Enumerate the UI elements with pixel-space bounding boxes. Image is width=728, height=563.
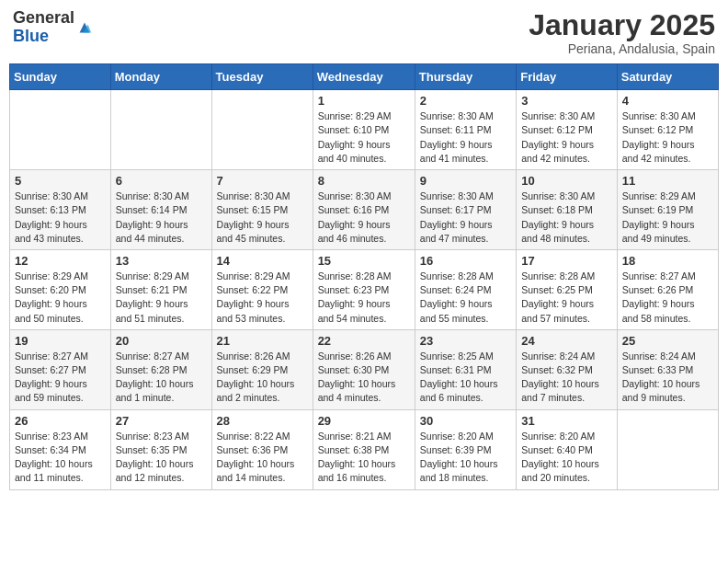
day-info: Sunrise: 8:27 AM Sunset: 6:28 PM Dayligh… [116,350,207,406]
day-header-saturday: Saturday [617,64,718,90]
calendar-cell: 22Sunrise: 8:26 AM Sunset: 6:30 PM Dayli… [313,329,415,409]
day-info: Sunrise: 8:29 AM Sunset: 6:10 PM Dayligh… [318,109,410,166]
day-number: 7 [217,174,308,188]
calendar-cell: 10Sunrise: 8:30 AM Sunset: 6:18 PM Dayli… [517,170,618,250]
day-info: Sunrise: 8:24 AM Sunset: 6:32 PM Dayligh… [521,350,612,406]
day-info: Sunrise: 8:30 AM Sunset: 6:12 PM Dayligh… [521,109,612,166]
day-info: Sunrise: 8:30 AM Sunset: 6:16 PM Dayligh… [318,190,410,246]
calendar-cell [211,90,313,170]
calendar-cell: 9Sunrise: 8:30 AM Sunset: 6:17 PM Daylig… [415,170,516,250]
day-number: 16 [420,254,511,268]
calendar-cell: 16Sunrise: 8:28 AM Sunset: 6:24 PM Dayli… [415,249,516,329]
calendar-cell: 23Sunrise: 8:25 AM Sunset: 6:31 PM Dayli… [415,329,516,409]
day-number: 15 [318,254,410,268]
day-number: 29 [318,414,410,428]
day-info: Sunrise: 8:26 AM Sunset: 6:29 PM Dayligh… [217,350,308,406]
page-header: General Blue January 2025 Periana, Andal… [9,9,719,56]
day-info: Sunrise: 8:30 AM Sunset: 6:12 PM Dayligh… [622,109,713,166]
logo-blue: Blue [13,27,49,45]
day-number: 18 [622,254,713,268]
calendar-cell: 19Sunrise: 8:27 AM Sunset: 6:27 PM Dayli… [10,329,111,409]
calendar-cell: 1Sunrise: 8:29 AM Sunset: 6:10 PM Daylig… [313,90,415,170]
day-header-row: SundayMondayTuesdayWednesdayThursdayFrid… [10,64,719,90]
title-block: January 2025 Periana, Andalusia, Spain [529,9,715,56]
day-number: 25 [622,334,713,348]
calendar-week-3: 12Sunrise: 8:29 AM Sunset: 6:20 PM Dayli… [10,249,719,329]
calendar-cell [10,90,111,170]
day-header-friday: Friday [517,64,618,90]
day-number: 19 [15,334,106,348]
day-info: Sunrise: 8:29 AM Sunset: 6:19 PM Dayligh… [622,190,713,246]
day-info: Sunrise: 8:29 AM Sunset: 6:20 PM Dayligh… [15,270,106,326]
day-number: 27 [116,414,207,428]
logo-icon [76,19,93,36]
day-info: Sunrise: 8:30 AM Sunset: 6:13 PM Dayligh… [15,190,106,246]
day-info: Sunrise: 8:30 AM Sunset: 6:17 PM Dayligh… [420,190,511,246]
calendar-cell: 29Sunrise: 8:21 AM Sunset: 6:38 PM Dayli… [313,409,415,489]
day-info: Sunrise: 8:27 AM Sunset: 6:27 PM Dayligh… [15,350,106,406]
day-info: Sunrise: 8:25 AM Sunset: 6:31 PM Dayligh… [420,350,511,406]
day-info: Sunrise: 8:23 AM Sunset: 6:35 PM Dayligh… [116,430,207,486]
day-number: 8 [318,174,410,188]
day-number: 31 [521,414,612,428]
day-info: Sunrise: 8:29 AM Sunset: 6:22 PM Dayligh… [217,270,308,326]
calendar-cell: 12Sunrise: 8:29 AM Sunset: 6:20 PM Dayli… [10,249,111,329]
calendar-cell: 2Sunrise: 8:30 AM Sunset: 6:11 PM Daylig… [415,90,516,170]
day-info: Sunrise: 8:27 AM Sunset: 6:26 PM Dayligh… [622,270,713,326]
day-number: 10 [521,174,612,188]
day-number: 14 [217,254,308,268]
day-header-thursday: Thursday [415,64,516,90]
logo: General Blue [13,9,93,46]
calendar-week-5: 26Sunrise: 8:23 AM Sunset: 6:34 PM Dayli… [10,409,719,489]
day-info: Sunrise: 8:26 AM Sunset: 6:30 PM Dayligh… [318,350,410,406]
day-info: Sunrise: 8:30 AM Sunset: 6:15 PM Dayligh… [217,190,308,246]
calendar-cell: 25Sunrise: 8:24 AM Sunset: 6:33 PM Dayli… [617,329,718,409]
day-info: Sunrise: 8:23 AM Sunset: 6:34 PM Dayligh… [15,430,106,486]
day-header-wednesday: Wednesday [313,64,415,90]
calendar-cell: 27Sunrise: 8:23 AM Sunset: 6:35 PM Dayli… [110,409,211,489]
calendar-cell: 28Sunrise: 8:22 AM Sunset: 6:36 PM Dayli… [211,409,313,489]
calendar-cell: 26Sunrise: 8:23 AM Sunset: 6:34 PM Dayli… [10,409,111,489]
day-number: 13 [116,254,207,268]
day-number: 11 [622,174,713,188]
calendar-cell: 11Sunrise: 8:29 AM Sunset: 6:19 PM Dayli… [617,170,718,250]
calendar-cell [617,409,718,489]
calendar-cell: 30Sunrise: 8:20 AM Sunset: 6:39 PM Dayli… [415,409,516,489]
day-info: Sunrise: 8:29 AM Sunset: 6:21 PM Dayligh… [116,270,207,326]
day-number: 20 [116,334,207,348]
calendar-table: SundayMondayTuesdayWednesdayThursdayFrid… [9,63,719,489]
day-number: 6 [116,174,207,188]
day-header-sunday: Sunday [10,64,111,90]
day-number: 28 [217,414,308,428]
calendar-cell: 24Sunrise: 8:24 AM Sunset: 6:32 PM Dayli… [517,329,618,409]
subtitle: Periana, Andalusia, Spain [529,41,715,56]
day-number: 17 [521,254,612,268]
day-header-tuesday: Tuesday [211,64,313,90]
calendar-cell: 5Sunrise: 8:30 AM Sunset: 6:13 PM Daylig… [10,170,111,250]
month-title: January 2025 [529,9,715,41]
day-info: Sunrise: 8:20 AM Sunset: 6:40 PM Dayligh… [521,430,612,486]
calendar-cell: 18Sunrise: 8:27 AM Sunset: 6:26 PM Dayli… [617,249,718,329]
day-header-monday: Monday [110,64,211,90]
day-info: Sunrise: 8:22 AM Sunset: 6:36 PM Dayligh… [217,430,308,486]
day-number: 22 [318,334,410,348]
calendar-cell: 14Sunrise: 8:29 AM Sunset: 6:22 PM Dayli… [211,249,313,329]
day-info: Sunrise: 8:30 AM Sunset: 6:18 PM Dayligh… [521,190,612,246]
calendar-cell: 8Sunrise: 8:30 AM Sunset: 6:16 PM Daylig… [313,170,415,250]
calendar-cell: 3Sunrise: 8:30 AM Sunset: 6:12 PM Daylig… [517,90,618,170]
day-info: Sunrise: 8:30 AM Sunset: 6:14 PM Dayligh… [116,190,207,246]
day-number: 26 [15,414,106,428]
day-number: 1 [318,94,410,108]
day-number: 23 [420,334,511,348]
calendar-cell: 4Sunrise: 8:30 AM Sunset: 6:12 PM Daylig… [617,90,718,170]
calendar-cell: 20Sunrise: 8:27 AM Sunset: 6:28 PM Dayli… [110,329,211,409]
day-info: Sunrise: 8:24 AM Sunset: 6:33 PM Dayligh… [622,350,713,406]
day-info: Sunrise: 8:21 AM Sunset: 6:38 PM Dayligh… [318,430,410,486]
calendar-week-2: 5Sunrise: 8:30 AM Sunset: 6:13 PM Daylig… [10,170,719,250]
calendar-cell [110,90,211,170]
day-number: 5 [15,174,106,188]
day-number: 9 [420,174,511,188]
logo-text: General Blue [13,9,93,46]
calendar-cell: 21Sunrise: 8:26 AM Sunset: 6:29 PM Dayli… [211,329,313,409]
calendar-cell: 31Sunrise: 8:20 AM Sunset: 6:40 PM Dayli… [517,409,618,489]
